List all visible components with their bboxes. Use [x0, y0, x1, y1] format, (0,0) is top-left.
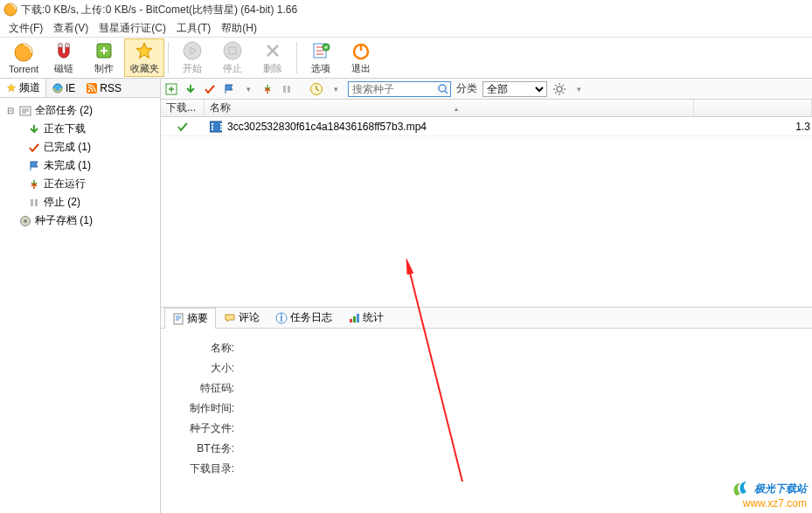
tree-seed-archive[interactable]: 种子存档 (1): [2, 211, 158, 230]
svg-rect-36: [353, 316, 356, 322]
svg-rect-26: [212, 123, 213, 125]
svg-rect-2: [59, 44, 62, 47]
pause-grey-icon[interactable]: [280, 82, 294, 96]
favorites-label: 收藏夹: [130, 62, 159, 75]
task-list-header: 下载... 名称: [161, 100, 812, 117]
task-list-body[interactable]: 3cc302532830f61c4a18436168ff57b3.mp4 1.3: [161, 117, 812, 307]
exit-button[interactable]: 退出: [341, 38, 381, 77]
sidebar-tab-rss[interactable]: RSS: [80, 80, 127, 96]
svg-rect-3: [66, 44, 69, 47]
stop-button[interactable]: 停止: [212, 38, 253, 77]
torrent-button[interactable]: Torrent: [3, 38, 44, 77]
start-button[interactable]: 开始: [172, 38, 212, 77]
sidebar-tab-channels[interactable]: 频道: [0, 79, 46, 97]
down-green-icon[interactable]: [184, 82, 198, 96]
watermark-text1: 极光下载站: [754, 482, 807, 496]
prop-torrent-label: 种子文件:: [178, 421, 234, 436]
menu-help[interactable]: 帮助(H): [216, 19, 262, 38]
little-arrow-icon[interactable]: ▾: [241, 82, 255, 96]
expand-all-icon[interactable]: [164, 82, 178, 96]
tree-running[interactable]: 正在运行: [2, 175, 158, 193]
task-row[interactable]: 3cc302532830f61c4a18436168ff57b3.mp4 1.3: [161, 117, 812, 136]
pause-icon: [28, 197, 40, 209]
tab-label: 摘要: [187, 311, 208, 326]
magnet-icon: [53, 40, 74, 61]
svg-point-24: [557, 87, 562, 92]
little-arrow-icon[interactable]: ▾: [572, 82, 586, 96]
sidebar-tab-label: RSS: [100, 82, 121, 94]
prop-bttask-label: BT任务:: [178, 441, 234, 456]
menu-file[interactable]: 文件(F): [3, 19, 48, 38]
make-button[interactable]: 制作: [84, 38, 124, 77]
delete-button[interactable]: 删除: [253, 38, 293, 77]
col-extra[interactable]: [694, 100, 812, 116]
main-panel: ▾ ▾ 分类 全部 ▾ 下载... 名称 ▴: [161, 79, 812, 513]
comments-icon: [224, 312, 236, 324]
star-icon: [5, 82, 17, 94]
tree-downloading[interactable]: 正在下载: [2, 120, 158, 138]
options-icon: [310, 40, 331, 61]
rss-icon: [86, 82, 98, 94]
tree-label: 正在下载: [44, 121, 86, 136]
prop-created-label: 制作时间:: [178, 401, 234, 416]
menu-passport[interactable]: 彗星通行证(C): [94, 19, 171, 38]
menu-view[interactable]: 查看(V): [48, 19, 94, 38]
category-select[interactable]: 全部: [482, 81, 547, 97]
power-icon: [350, 40, 371, 61]
tree-label: 正在运行: [44, 177, 86, 191]
watermark-icon: [732, 480, 751, 497]
search-input[interactable]: [349, 83, 436, 95]
tab-stats[interactable]: 统计: [340, 307, 392, 328]
check-orange-icon[interactable]: [203, 82, 217, 96]
gear-icon[interactable]: [552, 82, 566, 96]
tree-completed[interactable]: 已完成 (1): [2, 138, 158, 156]
down-arrow-icon: [28, 123, 40, 135]
prop-name-label: 名称:: [178, 341, 234, 356]
sidebar-tab-label: IE: [66, 82, 75, 94]
tab-comments[interactable]: 评论: [216, 307, 267, 328]
archive-icon: [19, 215, 31, 227]
prop-dldir-label: 下载目录:: [178, 461, 234, 476]
video-file-icon: [210, 121, 222, 133]
exit-label: 退出: [351, 62, 371, 75]
svg-point-23: [439, 85, 446, 92]
svg-point-13: [88, 89, 90, 91]
summary-body: 名称: 大小: 特征码: 制作时间: 种子文件: BT任务: 下载目录:: [161, 329, 812, 513]
options-label: 选项: [311, 62, 330, 75]
prop-hash-label: 特征码:: [178, 381, 234, 396]
clock-icon[interactable]: [309, 82, 323, 96]
updown-icon[interactable]: [260, 82, 274, 96]
magnet-button[interactable]: 磁链: [44, 38, 84, 77]
bottom-panel: 摘要 评论 i 任务日志 统计 名称: 大小: 特征码:: [161, 308, 812, 513]
app-icon: [3, 3, 17, 17]
flag-blue-icon[interactable]: [222, 82, 236, 96]
svg-point-0: [4, 3, 17, 16]
tree-incomplete[interactable]: 未完成 (1): [2, 156, 158, 175]
svg-rect-29: [220, 123, 222, 125]
tab-label: 评论: [239, 310, 260, 325]
tree-label: 已完成 (1): [44, 140, 91, 155]
toolbar-separator: [168, 42, 169, 73]
col-status[interactable]: 下载...: [161, 100, 205, 116]
tab-summary[interactable]: 摘要: [164, 308, 216, 329]
flag-icon: [28, 160, 40, 172]
sidebar-tab-ie[interactable]: IE: [46, 80, 80, 96]
sidebar-tabs: 频道 IE RSS: [0, 79, 160, 98]
delete-label: 删除: [263, 62, 282, 75]
ie-icon: [52, 82, 64, 94]
menu-tools[interactable]: 工具(T): [171, 19, 216, 38]
window-title: 下载:0 KB/s, 上传:0 KB/s - BitComet(比特彗星) (6…: [21, 3, 297, 17]
search-icon[interactable]: [436, 82, 450, 96]
tree-stopped[interactable]: 停止 (2): [2, 193, 158, 211]
options-button[interactable]: 选项: [301, 38, 341, 77]
little-arrow-icon[interactable]: ▾: [329, 82, 343, 96]
col-name[interactable]: 名称: [205, 100, 694, 116]
tab-tasklog[interactable]: i 任务日志: [267, 307, 340, 328]
stop-icon: [222, 40, 243, 61]
stats-icon: [348, 312, 360, 324]
favorites-button[interactable]: 收藏夹: [124, 38, 164, 77]
expander-icon[interactable]: ⊟: [5, 106, 16, 115]
sidebar-tab-label: 频道: [19, 80, 40, 95]
stop-label: 停止: [223, 62, 242, 75]
tree-all-tasks[interactable]: ⊟ 全部任务 (2): [2, 101, 158, 120]
